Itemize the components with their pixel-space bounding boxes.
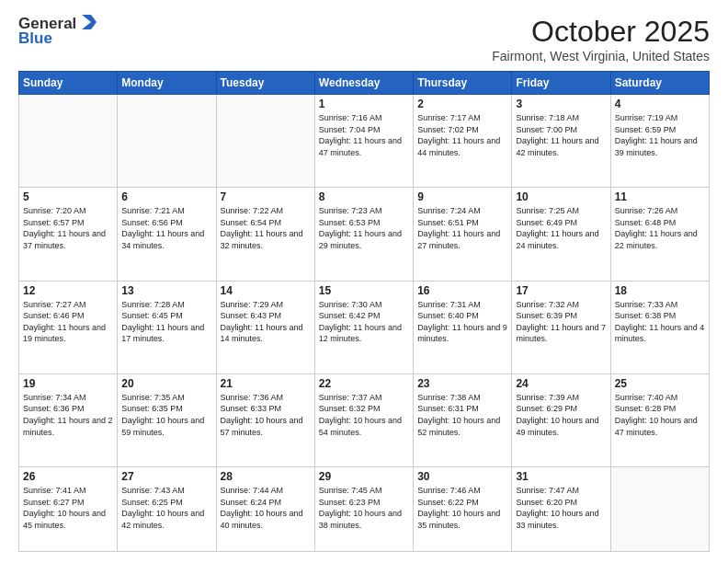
day-info: Sunrise: 7:41 AM Sunset: 6:27 PM Dayligh… [23,485,113,531]
day-number: 31 [516,470,606,483]
col-tuesday: Tuesday [216,72,314,95]
day-info: Sunrise: 7:26 AM Sunset: 6:48 PM Dayligh… [615,205,705,251]
day-info: Sunrise: 7:44 AM Sunset: 6:24 PM Dayligh… [221,485,311,531]
table-row: 23Sunrise: 7:38 AM Sunset: 6:31 PM Dayli… [414,373,512,466]
day-number: 21 [221,377,311,390]
table-row: 1Sunrise: 7:16 AM Sunset: 7:04 PM Daylig… [314,95,413,188]
table-row: 11Sunrise: 7:26 AM Sunset: 6:48 PM Dayli… [610,188,709,281]
table-row: 16Sunrise: 7:31 AM Sunset: 6:40 PM Dayli… [414,281,512,373]
day-info: Sunrise: 7:23 AM Sunset: 6:53 PM Dayligh… [319,205,409,251]
day-number: 2 [417,98,507,110]
day-info: Sunrise: 7:33 AM Sunset: 6:38 PM Dayligh… [615,299,705,345]
logo-arrow-icon [78,13,98,33]
day-number: 24 [516,377,606,390]
col-saturday: Saturday [610,72,709,95]
calendar-header-row: Sunday Monday Tuesday Wednesday Thursday… [19,72,710,95]
table-row: 30Sunrise: 7:46 AM Sunset: 6:22 PM Dayli… [414,467,512,552]
day-info: Sunrise: 7:45 AM Sunset: 6:23 PM Dayligh… [319,485,409,531]
table-row: 26Sunrise: 7:41 AM Sunset: 6:27 PM Dayli… [19,467,118,552]
table-row: 25Sunrise: 7:40 AM Sunset: 6:28 PM Dayli… [610,373,709,466]
day-number: 16 [417,284,507,297]
table-row: 10Sunrise: 7:25 AM Sunset: 6:49 PM Dayli… [512,188,610,281]
day-number: 20 [121,377,211,390]
calendar-week-row: 12Sunrise: 7:27 AM Sunset: 6:46 PM Dayli… [19,281,710,373]
location: Fairmont, West Virginia, United States [492,49,710,63]
day-info: Sunrise: 7:27 AM Sunset: 6:46 PM Dayligh… [23,299,113,345]
day-info: Sunrise: 7:24 AM Sunset: 6:51 PM Dayligh… [417,205,507,251]
day-info: Sunrise: 7:30 AM Sunset: 6:42 PM Dayligh… [319,299,409,345]
day-number: 1 [319,98,409,110]
table-row: 3Sunrise: 7:18 AM Sunset: 7:00 PM Daylig… [512,95,610,188]
day-number: 23 [417,377,507,390]
day-number: 11 [615,190,705,203]
day-info: Sunrise: 7:47 AM Sunset: 6:20 PM Dayligh… [516,485,606,531]
day-number: 3 [516,98,606,110]
day-info: Sunrise: 7:38 AM Sunset: 6:31 PM Dayligh… [417,392,507,438]
day-info: Sunrise: 7:18 AM Sunset: 7:00 PM Dayligh… [516,112,606,158]
day-info: Sunrise: 7:19 AM Sunset: 6:59 PM Dayligh… [615,112,705,158]
day-info: Sunrise: 7:28 AM Sunset: 6:45 PM Dayligh… [121,299,211,345]
table-row: 29Sunrise: 7:45 AM Sunset: 6:23 PM Dayli… [314,467,413,552]
day-number: 12 [23,284,113,297]
day-number: 7 [221,190,311,203]
day-info: Sunrise: 7:17 AM Sunset: 7:02 PM Dayligh… [417,112,507,158]
day-info: Sunrise: 7:21 AM Sunset: 6:56 PM Dayligh… [121,205,211,251]
day-number: 6 [121,190,211,203]
day-number: 19 [23,377,113,390]
table-row: 31Sunrise: 7:47 AM Sunset: 6:20 PM Dayli… [512,467,610,552]
day-info: Sunrise: 7:31 AM Sunset: 6:40 PM Dayligh… [417,299,507,345]
day-number: 22 [319,377,409,390]
day-info: Sunrise: 7:22 AM Sunset: 6:54 PM Dayligh… [221,205,311,251]
table-row: 19Sunrise: 7:34 AM Sunset: 6:36 PM Dayli… [19,373,118,466]
col-thursday: Thursday [414,72,512,95]
table-row [216,95,314,188]
day-number: 17 [516,284,606,297]
table-row [19,95,118,188]
col-sunday: Sunday [19,72,118,95]
header: General Blue October 2025 Fairmont, West… [18,15,710,63]
col-wednesday: Wednesday [314,72,413,95]
calendar-table: Sunday Monday Tuesday Wednesday Thursday… [18,71,710,552]
table-row: 2Sunrise: 7:17 AM Sunset: 7:02 PM Daylig… [414,95,512,188]
table-row: 18Sunrise: 7:33 AM Sunset: 6:38 PM Dayli… [610,281,709,373]
calendar-week-row: 5Sunrise: 7:20 AM Sunset: 6:57 PM Daylig… [19,188,710,281]
col-friday: Friday [512,72,610,95]
table-row: 12Sunrise: 7:27 AM Sunset: 6:46 PM Dayli… [19,281,118,373]
table-row: 20Sunrise: 7:35 AM Sunset: 6:35 PM Dayli… [118,373,216,466]
table-row: 22Sunrise: 7:37 AM Sunset: 6:32 PM Dayli… [314,373,413,466]
table-row: 13Sunrise: 7:28 AM Sunset: 6:45 PM Dayli… [118,281,216,373]
table-row: 15Sunrise: 7:30 AM Sunset: 6:42 PM Dayli… [314,281,413,373]
day-number: 25 [615,377,705,390]
day-info: Sunrise: 7:32 AM Sunset: 6:39 PM Dayligh… [516,299,606,345]
day-info: Sunrise: 7:37 AM Sunset: 6:32 PM Dayligh… [319,392,409,438]
day-number: 18 [615,284,705,297]
table-row: 4Sunrise: 7:19 AM Sunset: 6:59 PM Daylig… [610,95,709,188]
table-row: 6Sunrise: 7:21 AM Sunset: 6:56 PM Daylig… [118,188,216,281]
day-info: Sunrise: 7:39 AM Sunset: 6:29 PM Dayligh… [516,392,606,438]
day-number: 29 [319,470,409,483]
month-title: October 2025 [492,15,710,49]
day-info: Sunrise: 7:34 AM Sunset: 6:36 PM Dayligh… [23,392,113,438]
day-number: 28 [221,470,311,483]
day-number: 14 [221,284,311,297]
day-number: 5 [23,190,113,203]
day-number: 8 [319,190,409,203]
table-row [118,95,216,188]
svg-marker-0 [82,15,97,29]
page: General Blue October 2025 Fairmont, West… [0,0,728,563]
title-block: October 2025 Fairmont, West Virginia, Un… [492,15,710,63]
day-info: Sunrise: 7:25 AM Sunset: 6:49 PM Dayligh… [516,205,606,251]
logo: General Blue [18,15,98,48]
col-monday: Monday [118,72,216,95]
day-number: 10 [516,190,606,203]
day-info: Sunrise: 7:35 AM Sunset: 6:35 PM Dayligh… [121,392,211,438]
day-info: Sunrise: 7:20 AM Sunset: 6:57 PM Dayligh… [23,205,113,251]
table-row: 28Sunrise: 7:44 AM Sunset: 6:24 PM Dayli… [216,467,314,552]
table-row [610,467,709,552]
day-number: 26 [23,470,113,483]
table-row: 14Sunrise: 7:29 AM Sunset: 6:43 PM Dayli… [216,281,314,373]
day-info: Sunrise: 7:46 AM Sunset: 6:22 PM Dayligh… [417,485,507,531]
day-info: Sunrise: 7:16 AM Sunset: 7:04 PM Dayligh… [319,112,409,158]
table-row: 7Sunrise: 7:22 AM Sunset: 6:54 PM Daylig… [216,188,314,281]
calendar-week-row: 19Sunrise: 7:34 AM Sunset: 6:36 PM Dayli… [19,373,710,466]
